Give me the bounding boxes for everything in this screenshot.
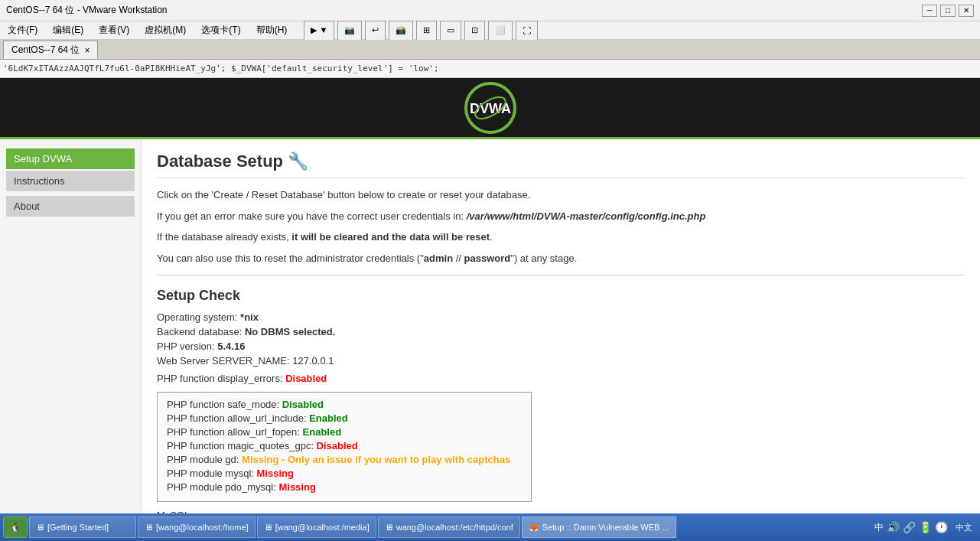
menu-view[interactable]: 查看(V) [94, 22, 134, 38]
menu-edit[interactable]: 编辑(E) [48, 22, 88, 38]
firefox-icon: 🦊 [529, 523, 539, 533]
tab-bar: CentOS--7 64 位 × [0, 40, 980, 60]
check-magic-quotes: PHP function magic_quotes_gpc: Disabled [167, 440, 522, 451]
tab-label: CentOS--7 64 位 [11, 44, 80, 57]
page-title: Database Setup 🔧 [157, 152, 965, 178]
dvwa-body: Setup DVWA Instructions About Database S… [0, 139, 980, 513]
title-bar: CentOS--7 64 位 - VMware Workstation ─ □ … [0, 0, 980, 21]
taskbar-item-0[interactable]: 🖥 [Getting Started] [29, 517, 136, 538]
setup-check-title: Setup Check [157, 288, 965, 304]
check-safe-mode: PHP function safe_mode: Disabled [167, 399, 522, 410]
dvwa-sidebar: Setup DVWA Instructions About [0, 139, 142, 513]
check-display-errors: PHP function display_errors: Disabled [157, 373, 965, 384]
maximize-button[interactable]: □ [940, 5, 956, 17]
check-pdo-mysql: PHP module pdo_mysql: Missing [167, 481, 522, 493]
check-allow-url-include: PHP function allow_url_include: Enabled [167, 412, 522, 424]
menu-bar: 文件(F) 编辑(E) 查看(V) 虚拟机(M) 选项卡(T) 帮助(H) ▶ … [0, 21, 980, 40]
terminal-icon-0: 🖥 [36, 523, 44, 532]
vm-tab[interactable]: CentOS--7 64 位 × [3, 41, 98, 59]
menu-file[interactable]: 文件(F) [3, 22, 42, 38]
input-method-icon: 中 [874, 521, 884, 534]
check-allow-url-fopen: PHP function allow_url_fopen: Enabled [167, 426, 522, 438]
desc2: If you get an error make sure you have t… [157, 209, 965, 224]
check-box: PHP function safe_mode: Disabled PHP fun… [157, 392, 532, 502]
minimize-button[interactable]: ─ [922, 5, 937, 17]
terminal-icon-1: 🖥 [145, 523, 153, 532]
check-mysql: PHP module mysql: Missing [167, 468, 522, 479]
window-controls: ─ □ ✕ [922, 5, 974, 17]
toolbar-snap2[interactable]: 📸 [389, 21, 413, 41]
taskbar-system-icons: 中 🔊 🔗 🔋 🕐 中文 [874, 521, 977, 534]
toolbar-snapshot[interactable]: 📷 [337, 21, 362, 41]
terminal-icon-2: 🖥 [264, 523, 272, 532]
close-button[interactable]: ✕ [959, 5, 974, 17]
menu-tabs[interactable]: 选项卡(T) [197, 22, 245, 38]
network-icon: 🔗 [903, 521, 916, 533]
check-server: Web Server SERVER_NAME: 127.0.0.1 [157, 355, 965, 367]
dvwa-main: Database Setup 🔧 Click on the 'Create / … [142, 139, 980, 513]
toolbar-view4[interactable]: ⬜ [488, 21, 513, 41]
volume-icon: 🔊 [887, 521, 900, 533]
toolbar-fullscreen[interactable]: ⛶ [516, 21, 538, 41]
terminal-icon-3: 🖥 [385, 523, 393, 532]
address-bar: '6LdK7xITAAzzAAJQTfL7fu6l-0aPI8KHHieAT_y… [0, 60, 980, 78]
dvwa-header: DVWA [0, 78, 980, 139]
check-gd: PHP module gd: Missing - Only an issue i… [167, 454, 522, 465]
start-icon: 🐧 [10, 523, 21, 533]
vmware-window: CentOS--7 64 位 - VMware Workstation ─ □ … [0, 0, 980, 541]
setup-check-section: Operating system: *nix Backend database:… [157, 311, 965, 513]
taskbar: 🐧 🖥 [Getting Started] 🖥 [wang@localhost:… [0, 513, 980, 541]
browser-content: DVWA Setup DVWA Instructions About Datab… [0, 78, 980, 513]
toolbar-revert[interactable]: ↩ [365, 21, 386, 41]
taskbar-item-3[interactable]: 🖥 wang@localhost:/etc/httpd/conf [378, 517, 520, 538]
check-db: Backend database: No DBMS selected. [157, 326, 965, 337]
sidebar-about[interactable]: About [6, 196, 135, 217]
taskbar-time: 中文 [951, 522, 977, 533]
toolbar-view2[interactable]: ▭ [440, 21, 461, 41]
clock-icon: 🕐 [935, 521, 948, 533]
toolbar-view1[interactable]: ⊞ [416, 21, 437, 41]
sidebar-setup-dvwa[interactable]: Setup DVWA [6, 148, 135, 169]
taskbar-item-4[interactable]: 🦊 Setup :: Damn Vulnerable WEB ... [522, 517, 676, 538]
menu-vm[interactable]: 虚拟机(M) [140, 22, 190, 38]
start-button[interactable]: 🐧 [3, 517, 28, 538]
menu-help[interactable]: 帮助(H) [252, 22, 292, 38]
sidebar-instructions[interactable]: Instructions [6, 171, 135, 191]
taskbar-item-1[interactable]: 🖥 [wang@localhost:/home] [138, 517, 256, 538]
desc1: Click on the 'Create / Reset Database' b… [157, 187, 965, 203]
battery-icon: 🔋 [919, 521, 932, 533]
check-php: PHP version: 5.4.16 [157, 341, 965, 352]
check-os: Operating system: *nix [157, 311, 965, 323]
address-text: '6LdK7xITAAzzAAJQTfL7fu6l-0aPI8KHHieAT_y… [3, 64, 439, 73]
toolbar-view3[interactable]: ⊡ [464, 21, 485, 41]
desc3: If the database already exists, it will … [157, 230, 965, 245]
dvwa-logo: DVWA [464, 81, 517, 135]
window-title: CentOS--7 64 位 - VMware Workstation [6, 4, 922, 17]
taskbar-item-2[interactable]: 🖥 [wang@localhost:/media] [257, 517, 376, 538]
toolbar-power[interactable]: ▶ ▼ [304, 21, 334, 41]
desc4: You can also use this to reset the admin… [157, 251, 965, 266]
tab-close-icon[interactable]: × [84, 45, 90, 56]
